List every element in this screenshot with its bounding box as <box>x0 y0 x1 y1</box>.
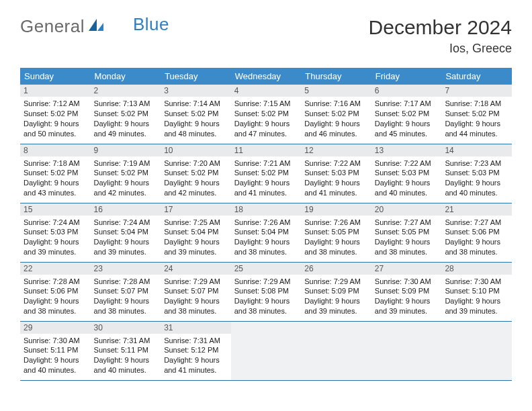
weekday-header: Tuesday <box>161 68 231 85</box>
daylight-text: Daylight: 9 hours and 41 minutes. <box>164 355 228 375</box>
day-number: 30 <box>91 322 161 334</box>
day-number: 12 <box>301 144 371 156</box>
sunrise-text: Sunrise: 7:18 AM <box>445 99 508 109</box>
day-number: 31 <box>161 322 231 334</box>
calendar-cell: 5Sunrise: 7:16 AMSunset: 5:02 PMDaylight… <box>301 85 371 144</box>
day-cell: 16Sunrise: 7:24 AMSunset: 5:04 PMDayligh… <box>91 203 161 260</box>
sunset-text: Sunset: 5:03 PM <box>304 168 368 178</box>
day-details: Sunrise: 7:29 AMSunset: 5:08 PMDaylight:… <box>234 277 298 316</box>
weekday-header-row: Sunday Monday Tuesday Wednesday Thursday… <box>20 68 512 85</box>
day-number: 8 <box>20 144 91 156</box>
sunset-text: Sunset: 5:11 PM <box>94 345 158 355</box>
day-cell: 31Sunrise: 7:31 AMSunset: 5:12 PMDayligh… <box>161 322 231 378</box>
day-details: Sunrise: 7:21 AMSunset: 5:02 PMDaylight:… <box>234 158 298 198</box>
daylight-text: Daylight: 9 hours and 38 minutes. <box>375 237 439 257</box>
sail-icon <box>87 16 105 37</box>
day-number: 17 <box>161 203 231 216</box>
sunrise-text: Sunrise: 7:26 AM <box>234 218 298 228</box>
day-details: Sunrise: 7:19 AMSunset: 5:02 PMDaylight:… <box>94 158 158 198</box>
day-number: 16 <box>91 203 161 216</box>
sunset-text: Sunset: 5:02 PM <box>24 168 87 178</box>
sunrise-text: Sunrise: 7:26 AM <box>304 218 368 228</box>
day-details: Sunrise: 7:28 AMSunset: 5:06 PMDaylight:… <box>24 277 87 316</box>
day-details: Sunrise: 7:17 AMSunset: 5:02 PMDaylight:… <box>375 99 439 138</box>
page-title: December 2024 <box>369 16 512 39</box>
day-details: Sunrise: 7:30 AMSunset: 5:09 PMDaylight:… <box>375 277 439 316</box>
day-number: 27 <box>371 263 442 275</box>
calendar-row: 8Sunrise: 7:18 AMSunset: 5:02 PMDaylight… <box>20 144 512 203</box>
calendar-cell: 11Sunrise: 7:21 AMSunset: 5:02 PMDayligh… <box>231 144 302 203</box>
day-details: Sunrise: 7:27 AMSunset: 5:06 PMDaylight:… <box>445 218 508 257</box>
day-cell: 29Sunrise: 7:30 AMSunset: 5:11 PMDayligh… <box>20 322 91 378</box>
sunset-text: Sunset: 5:07 PM <box>164 286 228 296</box>
sunset-text: Sunset: 5:06 PM <box>24 286 87 296</box>
day-cell: 12Sunrise: 7:22 AMSunset: 5:03 PMDayligh… <box>301 144 371 201</box>
day-details: Sunrise: 7:15 AMSunset: 5:02 PMDaylight:… <box>234 99 298 138</box>
sunset-text: Sunset: 5:02 PM <box>304 109 368 119</box>
calendar-cell: 15Sunrise: 7:24 AMSunset: 5:03 PMDayligh… <box>20 203 91 262</box>
day-cell: 22Sunrise: 7:28 AMSunset: 5:06 PMDayligh… <box>20 263 91 319</box>
logo-text-1: General <box>20 16 85 37</box>
calendar-table: Sunday Monday Tuesday Wednesday Thursday… <box>20 68 512 381</box>
calendar-cell: 18Sunrise: 7:26 AMSunset: 5:04 PMDayligh… <box>231 203 302 262</box>
sunset-text: Sunset: 5:07 PM <box>94 286 158 296</box>
sunset-text: Sunset: 5:03 PM <box>375 168 439 178</box>
day-cell: 10Sunrise: 7:20 AMSunset: 5:02 PMDayligh… <box>161 144 231 201</box>
day-details: Sunrise: 7:27 AMSunset: 5:05 PMDaylight:… <box>375 218 439 257</box>
day-cell: 19Sunrise: 7:26 AMSunset: 5:05 PMDayligh… <box>301 203 371 260</box>
daylight-text: Daylight: 9 hours and 50 minutes. <box>24 119 87 139</box>
sunset-text: Sunset: 5:04 PM <box>164 227 228 237</box>
day-details: Sunrise: 7:23 AMSunset: 5:03 PMDaylight:… <box>445 158 508 198</box>
sunset-text: Sunset: 5:02 PM <box>234 109 298 119</box>
logo-text-2: Blue <box>133 14 169 35</box>
daylight-text: Daylight: 9 hours and 42 minutes. <box>94 178 158 198</box>
sunrise-text: Sunrise: 7:29 AM <box>304 277 368 287</box>
day-details: Sunrise: 7:24 AMSunset: 5:03 PMDaylight:… <box>24 218 87 257</box>
weekday-header: Thursday <box>301 68 371 85</box>
calendar-cell <box>441 321 512 380</box>
day-details: Sunrise: 7:31 AMSunset: 5:11 PMDaylight:… <box>94 336 158 375</box>
calendar-row: 1Sunrise: 7:12 AMSunset: 5:02 PMDaylight… <box>20 85 512 144</box>
day-number: 26 <box>301 263 371 275</box>
day-cell: 2Sunrise: 7:13 AMSunset: 5:02 PMDaylight… <box>91 85 161 141</box>
calendar-page: General Blue December 2024 Ios, Greece S… <box>0 0 532 394</box>
day-cell: 3Sunrise: 7:14 AMSunset: 5:02 PMDaylight… <box>161 85 231 141</box>
header: General Blue December 2024 Ios, Greece <box>20 16 512 56</box>
sunrise-text: Sunrise: 7:16 AM <box>304 99 368 109</box>
calendar-cell: 26Sunrise: 7:29 AMSunset: 5:09 PMDayligh… <box>301 262 371 321</box>
day-number: 18 <box>231 203 302 216</box>
daylight-text: Daylight: 9 hours and 45 minutes. <box>375 119 439 139</box>
sunrise-text: Sunrise: 7:22 AM <box>304 158 368 169</box>
sunset-text: Sunset: 5:03 PM <box>24 227 87 237</box>
day-cell: 1Sunrise: 7:12 AMSunset: 5:02 PMDaylight… <box>20 85 91 141</box>
day-cell: 24Sunrise: 7:29 AMSunset: 5:07 PMDayligh… <box>161 263 231 319</box>
sunset-text: Sunset: 5:08 PM <box>234 286 298 296</box>
day-number: 22 <box>20 263 91 275</box>
calendar-cell <box>371 321 442 380</box>
sunrise-text: Sunrise: 7:25 AM <box>164 218 228 228</box>
calendar-cell: 20Sunrise: 7:27 AMSunset: 5:05 PMDayligh… <box>371 203 442 262</box>
day-cell: 18Sunrise: 7:26 AMSunset: 5:04 PMDayligh… <box>231 203 302 260</box>
day-number: 25 <box>231 263 302 275</box>
sunset-text: Sunset: 5:02 PM <box>375 109 439 119</box>
day-number: 5 <box>301 85 371 97</box>
daylight-text: Daylight: 9 hours and 39 minutes. <box>24 237 87 257</box>
calendar-cell: 27Sunrise: 7:30 AMSunset: 5:09 PMDayligh… <box>371 262 442 321</box>
weekday-header: Friday <box>371 68 442 85</box>
day-number: 21 <box>441 203 512 216</box>
day-details: Sunrise: 7:28 AMSunset: 5:07 PMDaylight:… <box>94 277 158 316</box>
sunset-text: Sunset: 5:02 PM <box>24 109 87 119</box>
day-details: Sunrise: 7:30 AMSunset: 5:11 PMDaylight:… <box>24 336 87 375</box>
day-number: 6 <box>371 85 442 97</box>
sunrise-text: Sunrise: 7:30 AM <box>24 336 87 346</box>
day-cell: 14Sunrise: 7:23 AMSunset: 5:03 PMDayligh… <box>441 144 512 201</box>
day-details: Sunrise: 7:14 AMSunset: 5:02 PMDaylight:… <box>164 99 228 138</box>
day-number: 24 <box>161 263 231 275</box>
calendar-cell: 4Sunrise: 7:15 AMSunset: 5:02 PMDaylight… <box>231 85 302 144</box>
day-details: Sunrise: 7:16 AMSunset: 5:02 PMDaylight:… <box>304 99 368 138</box>
daylight-text: Daylight: 9 hours and 41 minutes. <box>234 178 298 198</box>
calendar-cell: 22Sunrise: 7:28 AMSunset: 5:06 PMDayligh… <box>20 262 91 321</box>
sunset-text: Sunset: 5:11 PM <box>24 345 87 355</box>
daylight-text: Daylight: 9 hours and 38 minutes. <box>304 237 368 257</box>
day-number: 10 <box>161 144 231 156</box>
